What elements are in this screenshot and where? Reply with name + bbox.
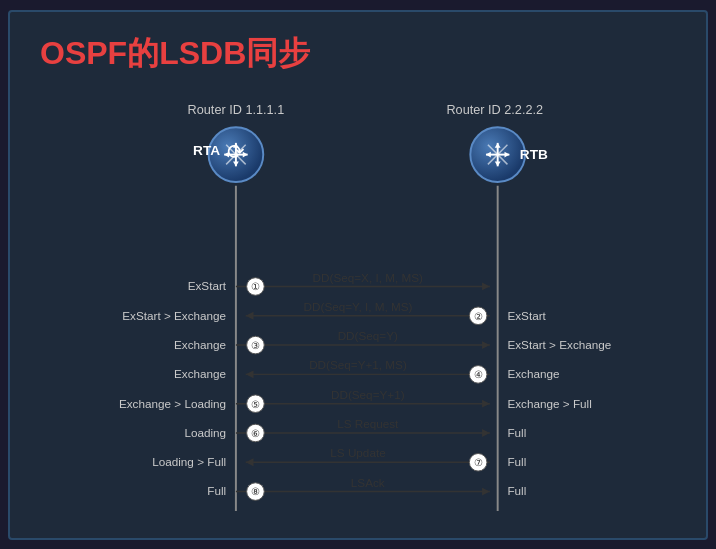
arrow-text-1: DD(Seq=X, I, M, MS): [313, 270, 423, 283]
state-left-2: ExStart > Exchange: [122, 308, 226, 321]
router-a-label: RTA: [193, 142, 220, 157]
num-5: ⑤: [251, 398, 260, 409]
num-8: ⑧: [251, 486, 260, 497]
state-right-4: Exchange > Full: [507, 396, 591, 409]
state-right-2: ExStart > Exchange: [507, 337, 611, 350]
diagram: Router ID 1.1.1.1 Router ID 2.2.2.2 ⟳: [40, 96, 676, 516]
state-left-6: Loading: [184, 425, 226, 438]
state-left-7: Loading > Full: [152, 455, 226, 468]
arrow-text-2: DD(Seq=Y, I, M, MS): [304, 299, 413, 312]
arrow-text-6: LS Request: [337, 417, 399, 430]
num-3: ③: [251, 339, 260, 350]
arrow-text-4: DD(Seq=Y+1, MS): [309, 358, 407, 371]
arrow-head-2: [246, 311, 254, 319]
arrow-head-8: [482, 487, 490, 495]
num-4: ④: [474, 369, 483, 380]
router-a-id: Router ID 1.1.1.1: [188, 102, 285, 116]
state-left-5: Exchange > Loading: [119, 396, 226, 409]
arrow-head-5: [482, 399, 490, 407]
state-left-1: ExStart: [188, 279, 227, 292]
arrow-head-6: [482, 429, 490, 437]
num-2: ②: [474, 310, 483, 321]
router-b-label: RTB: [520, 147, 548, 162]
state-right-7: Full: [507, 484, 526, 497]
num-1: ①: [251, 281, 260, 292]
router-b-id: Router ID 2.2.2.2: [446, 102, 543, 116]
arrow-head-1: [482, 282, 490, 290]
state-right-3: Exchange: [507, 367, 559, 380]
state-left-8: Full: [207, 484, 226, 497]
arrow-head-3: [482, 341, 490, 349]
state-left-4: Exchange: [174, 367, 226, 380]
num-7: ⑦: [474, 457, 483, 468]
arrow-head-7: [246, 458, 254, 466]
state-right-6: Full: [507, 455, 526, 468]
page-title: OSPF的LSDB同步: [40, 32, 676, 76]
arrow-text-8: LSAck: [351, 475, 385, 488]
num-6: ⑥: [251, 427, 260, 438]
arrow-text-7: LS Update: [330, 446, 385, 459]
arrow-text-5: DD(Seq=Y+1): [331, 387, 405, 400]
state-left-3: Exchange: [174, 337, 226, 350]
arrow-head-4: [246, 370, 254, 378]
arrow-text-3: DD(Seq=Y): [338, 329, 398, 342]
slide: OSPF的LSDB同步 Router ID 1.1.1.1 Router ID …: [8, 10, 708, 540]
state-right-5: Full: [507, 425, 526, 438]
state-right-1: ExStart: [507, 308, 546, 321]
